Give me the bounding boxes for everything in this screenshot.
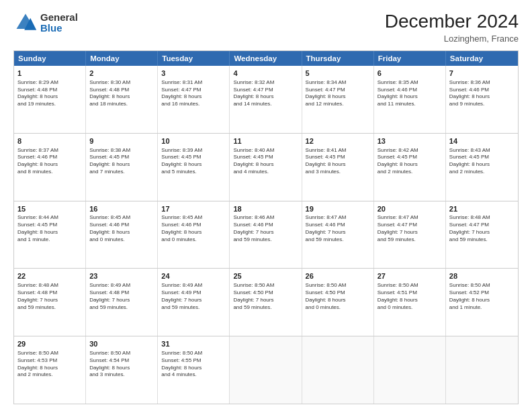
cell-info: Sunrise: 8:47 AM Sunset: 4:47 PM Dayligh… — [378, 214, 442, 243]
cell-info: Sunrise: 8:31 AM Sunset: 4:47 PM Dayligh… — [161, 79, 226, 108]
day-number: 23 — [89, 271, 154, 281]
day-cell-10: 10Sunrise: 8:39 AM Sunset: 4:45 PM Dayli… — [158, 134, 230, 201]
week-3: 15Sunrise: 8:44 AM Sunset: 4:45 PM Dayli… — [14, 201, 518, 269]
header-day-thursday: Thursday — [302, 51, 374, 66]
day-cell-30: 30Sunrise: 8:50 AM Sunset: 4:54 PM Dayli… — [86, 336, 158, 404]
day-cell-22: 22Sunrise: 8:48 AM Sunset: 4:48 PM Dayli… — [14, 269, 86, 336]
cell-info: Sunrise: 8:38 AM Sunset: 4:45 PM Dayligh… — [89, 147, 154, 176]
day-cell-11: 11Sunrise: 8:40 AM Sunset: 4:45 PM Dayli… — [230, 134, 302, 201]
empty-cell — [446, 336, 518, 404]
day-number: 25 — [233, 271, 298, 281]
empty-cell — [302, 336, 374, 404]
cell-info: Sunrise: 8:32 AM Sunset: 4:47 PM Dayligh… — [233, 79, 298, 108]
cell-info: Sunrise: 8:34 AM Sunset: 4:47 PM Dayligh… — [306, 79, 370, 108]
cell-info: Sunrise: 8:50 AM Sunset: 4:50 PM Dayligh… — [233, 282, 298, 311]
cell-info: Sunrise: 8:37 AM Sunset: 4:46 PM Dayligh… — [17, 147, 82, 176]
cell-info: Sunrise: 8:30 AM Sunset: 4:48 PM Dayligh… — [89, 79, 154, 108]
cell-info: Sunrise: 8:36 AM Sunset: 4:46 PM Dayligh… — [449, 79, 515, 108]
day-number: 26 — [306, 271, 370, 281]
day-cell-8: 8Sunrise: 8:37 AM Sunset: 4:46 PM Daylig… — [14, 134, 86, 201]
day-number: 13 — [378, 136, 442, 146]
cell-info: Sunrise: 8:50 AM Sunset: 4:55 PM Dayligh… — [161, 350, 226, 379]
day-cell-19: 19Sunrise: 8:47 AM Sunset: 4:46 PM Dayli… — [302, 201, 374, 269]
logo-text: General Blue — [40, 12, 78, 34]
day-cell-13: 13Sunrise: 8:42 AM Sunset: 4:45 PM Dayli… — [374, 134, 446, 201]
calendar: SundayMondayTuesdayWednesdayThursdayFrid… — [13, 50, 519, 404]
day-number: 18 — [233, 204, 298, 214]
day-number: 20 — [378, 204, 442, 214]
calendar-header: SundayMondayTuesdayWednesdayThursdayFrid… — [14, 51, 518, 66]
cell-info: Sunrise: 8:48 AM Sunset: 4:47 PM Dayligh… — [449, 214, 515, 243]
day-number: 15 — [17, 204, 82, 214]
day-number: 2 — [89, 68, 154, 79]
day-cell-7: 7Sunrise: 8:36 AM Sunset: 4:46 PM Daylig… — [446, 66, 518, 133]
cell-info: Sunrise: 8:50 AM Sunset: 4:54 PM Dayligh… — [89, 350, 154, 379]
day-cell-25: 25Sunrise: 8:50 AM Sunset: 4:50 PM Dayli… — [230, 269, 302, 336]
cell-info: Sunrise: 8:43 AM Sunset: 4:45 PM Dayligh… — [449, 147, 515, 176]
week-1: 1Sunrise: 8:29 AM Sunset: 4:48 PM Daylig… — [14, 66, 518, 133]
empty-cell — [374, 336, 446, 404]
day-cell-12: 12Sunrise: 8:41 AM Sunset: 4:45 PM Dayli… — [302, 134, 374, 201]
day-cell-4: 4Sunrise: 8:32 AM Sunset: 4:47 PM Daylig… — [230, 66, 302, 133]
day-number: 22 — [17, 271, 82, 281]
cell-info: Sunrise: 8:45 AM Sunset: 4:46 PM Dayligh… — [161, 214, 226, 243]
day-cell-3: 3Sunrise: 8:31 AM Sunset: 4:47 PM Daylig… — [158, 66, 230, 133]
cell-info: Sunrise: 8:49 AM Sunset: 4:48 PM Dayligh… — [89, 282, 154, 311]
week-2: 8Sunrise: 8:37 AM Sunset: 4:46 PM Daylig… — [14, 133, 518, 201]
day-number: 28 — [449, 271, 515, 281]
cell-info: Sunrise: 8:44 AM Sunset: 4:45 PM Dayligh… — [17, 214, 82, 243]
day-number: 5 — [306, 68, 370, 79]
cell-info: Sunrise: 8:50 AM Sunset: 4:50 PM Dayligh… — [306, 282, 370, 311]
day-cell-5: 5Sunrise: 8:34 AM Sunset: 4:47 PM Daylig… — [302, 66, 374, 133]
day-cell-23: 23Sunrise: 8:49 AM Sunset: 4:48 PM Dayli… — [86, 269, 158, 336]
day-cell-18: 18Sunrise: 8:46 AM Sunset: 4:46 PM Dayli… — [230, 201, 302, 269]
location: Lozinghem, France — [385, 34, 519, 44]
cell-info: Sunrise: 8:41 AM Sunset: 4:45 PM Dayligh… — [306, 147, 370, 176]
day-number: 8 — [17, 136, 82, 146]
cell-info: Sunrise: 8:46 AM Sunset: 4:46 PM Dayligh… — [233, 214, 298, 243]
calendar-body: 1Sunrise: 8:29 AM Sunset: 4:48 PM Daylig… — [14, 66, 518, 404]
title-block: December 2024 Lozinghem, France — [385, 11, 519, 44]
day-number: 27 — [378, 271, 442, 281]
day-cell-26: 26Sunrise: 8:50 AM Sunset: 4:50 PM Dayli… — [302, 269, 374, 336]
page: General Blue December 2024 Lozinghem, Fr… — [0, 0, 532, 411]
day-cell-20: 20Sunrise: 8:47 AM Sunset: 4:47 PM Dayli… — [374, 201, 446, 269]
cell-info: Sunrise: 8:50 AM Sunset: 4:51 PM Dayligh… — [378, 282, 442, 311]
header: General Blue December 2024 Lozinghem, Fr… — [13, 11, 519, 44]
cell-info: Sunrise: 8:50 AM Sunset: 4:53 PM Dayligh… — [17, 350, 82, 379]
day-cell-14: 14Sunrise: 8:43 AM Sunset: 4:45 PM Dayli… — [446, 134, 518, 201]
day-cell-6: 6Sunrise: 8:35 AM Sunset: 4:46 PM Daylig… — [374, 66, 446, 133]
day-number: 1 — [17, 68, 82, 79]
day-cell-31: 31Sunrise: 8:50 AM Sunset: 4:55 PM Dayli… — [158, 336, 230, 404]
header-day-friday: Friday — [374, 51, 446, 66]
day-cell-15: 15Sunrise: 8:44 AM Sunset: 4:45 PM Dayli… — [14, 201, 86, 269]
cell-info: Sunrise: 8:35 AM Sunset: 4:46 PM Dayligh… — [378, 79, 442, 108]
cell-info: Sunrise: 8:48 AM Sunset: 4:48 PM Dayligh… — [17, 282, 82, 311]
logo-blue: Blue — [40, 23, 78, 34]
day-cell-9: 9Sunrise: 8:38 AM Sunset: 4:45 PM Daylig… — [86, 134, 158, 201]
cell-info: Sunrise: 8:50 AM Sunset: 4:52 PM Dayligh… — [449, 282, 515, 311]
day-number: 31 — [161, 339, 226, 349]
day-number: 9 — [89, 136, 154, 146]
day-number: 24 — [161, 271, 226, 281]
header-day-tuesday: Tuesday — [158, 51, 230, 66]
cell-info: Sunrise: 8:45 AM Sunset: 4:46 PM Dayligh… — [89, 214, 154, 243]
cell-info: Sunrise: 8:49 AM Sunset: 4:49 PM Dayligh… — [161, 282, 226, 311]
header-day-monday: Monday — [86, 51, 158, 66]
day-cell-16: 16Sunrise: 8:45 AM Sunset: 4:46 PM Dayli… — [86, 201, 158, 269]
day-number: 11 — [233, 136, 298, 146]
logo: General Blue — [13, 11, 78, 35]
day-cell-27: 27Sunrise: 8:50 AM Sunset: 4:51 PM Dayli… — [374, 269, 446, 336]
day-number: 12 — [306, 136, 370, 146]
cell-info: Sunrise: 8:29 AM Sunset: 4:48 PM Dayligh… — [17, 79, 82, 108]
day-number: 7 — [449, 68, 515, 79]
day-number: 19 — [306, 204, 370, 214]
header-day-sunday: Sunday — [14, 51, 86, 66]
cell-info: Sunrise: 8:40 AM Sunset: 4:45 PM Dayligh… — [233, 147, 298, 176]
day-cell-17: 17Sunrise: 8:45 AM Sunset: 4:46 PM Dayli… — [158, 201, 230, 269]
week-4: 22Sunrise: 8:48 AM Sunset: 4:48 PM Dayli… — [14, 268, 518, 336]
day-number: 6 — [378, 68, 442, 79]
day-number: 30 — [89, 339, 154, 349]
logo-general: General — [40, 12, 78, 24]
day-number: 16 — [89, 204, 154, 214]
